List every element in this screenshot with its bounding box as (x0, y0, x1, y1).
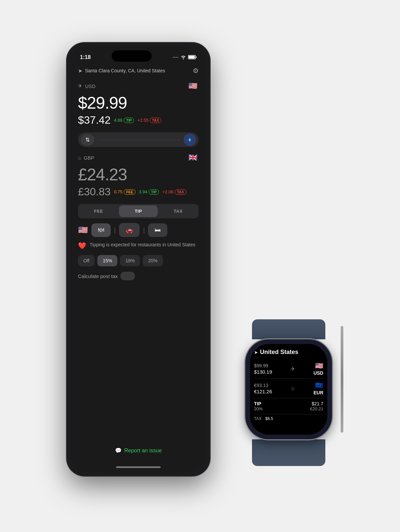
watch-tip-label: TIP (254, 401, 263, 406)
category-restaurant[interactable]: 🍽 (91, 223, 111, 237)
to-tax-label: TAX (175, 189, 186, 195)
scene: 1:18 ···· (50, 33, 350, 499)
tab-tax[interactable]: TAX (159, 205, 197, 217)
watch-tip-right: $21.7 €20.21 (310, 401, 323, 411)
from-secondary-row: $37.42 4.88 TIP +2.55 TAX (78, 114, 199, 126)
to-tip-badge[interactable]: 3.94 TIP (139, 189, 159, 195)
to-total-amount: £30.83 (78, 186, 111, 198)
country-flag: 🇺🇸 (78, 225, 88, 235)
from-flag-emoji: 🇺🇸 (188, 82, 197, 90)
to-tax-badge[interactable]: +2.06 TAX (162, 189, 186, 195)
to-main-amount: £24.23 (78, 165, 199, 184)
settings-icon[interactable]: ⚙ (193, 67, 199, 75)
watch-tip-percentage: 20% (254, 406, 263, 411)
status-bar: 1:18 ···· (71, 47, 206, 63)
apple-watch: ➤ United States $99.99 $130.19 ✈ 🇺🇸 USD (239, 319, 339, 466)
report-row[interactable]: 💬 Report an issue (78, 447, 199, 457)
post-tax-row: Calculate post tax (78, 272, 199, 280)
watch-tax-label-text: TAX (254, 416, 261, 421)
from-tax-value: +2.55 (137, 118, 148, 123)
post-tax-toggle[interactable] (120, 272, 135, 280)
watch-eur-total: €121.26 (254, 389, 272, 394)
watch-title: United States (260, 349, 298, 356)
svg-rect-1 (196, 56, 197, 58)
watch-tip-left: TIP 20% (254, 401, 263, 411)
location-icon: ➤ (78, 68, 82, 74)
from-currency-type-icon: ✈ (78, 83, 82, 89)
heart-icon: ❤️ (78, 242, 86, 250)
swap-bar: ⇅ ♦ (78, 132, 199, 147)
app-content: ➤ Santa Clara County, CA, United States … (71, 63, 206, 464)
svg-rect-2 (189, 56, 195, 58)
category-transport[interactable]: 🚗 (119, 223, 140, 237)
watch-row-usd: $99.99 $130.19 ✈ 🇺🇸 USD (254, 359, 323, 379)
from-tip-badge[interactable]: 4.88 TIP (114, 118, 134, 123)
premium-button[interactable]: ♦ (184, 134, 196, 146)
watch-eur-icon: ⌂ (291, 385, 295, 391)
battery-icon (188, 55, 197, 60)
from-tax-label: TAX (150, 118, 161, 123)
tab-tip[interactable]: TIP (119, 205, 157, 217)
tipping-info-text: Tipping is expected for restaurants in U… (90, 242, 195, 248)
watch-tax-value: $8.5 (265, 416, 273, 421)
watch-tax-label: TAX $8.5 (254, 416, 323, 421)
location-text: Santa Clara County, CA, United States (85, 68, 165, 73)
watch-eur-right: 🇪🇺 EUR (313, 381, 323, 395)
from-tip-label: TIP (124, 118, 134, 123)
to-fee-label: FEE (124, 189, 135, 195)
tip-percentage-row: Off 15% 18% 20% (78, 255, 199, 266)
watch-location-icon: ➤ (254, 350, 258, 355)
category-separator: | (114, 226, 116, 234)
watch-stylus (341, 326, 343, 433)
to-currency-section: ⌂ GBP 🇬🇧 £24.23 £30.83 0.75 FEE (78, 152, 199, 203)
tip-18-btn[interactable]: 18% (120, 255, 140, 266)
watch-row-eur: €93.13 €121.26 ⌂ 🇪🇺 EUR (254, 379, 323, 398)
post-tax-label: Calculate post tax (78, 273, 118, 279)
to-flag[interactable]: 🇬🇧 (187, 152, 199, 164)
watch-body: ➤ United States $99.99 $130.19 ✈ 🇺🇸 USD (245, 339, 332, 439)
from-flag[interactable]: 🇺🇸 (187, 80, 199, 92)
watch-usd-icon: ✈ (291, 366, 295, 372)
status-icons: ···· (173, 55, 197, 60)
status-time: 1:18 (80, 54, 91, 60)
wifi-icon (181, 55, 186, 60)
to-tip-value: 3.94 (139, 189, 147, 194)
swap-button[interactable]: ⇅ (81, 134, 94, 146)
category-hotel[interactable]: 🛏 (148, 223, 167, 237)
from-main-amount: $29.99 (78, 93, 199, 113)
watch-usd-total: $130.19 (254, 369, 272, 375)
to-tax-value: +2.06 (162, 189, 173, 194)
watch-usd-left: $99.99 $130.19 (254, 363, 272, 375)
to-fee-badge[interactable]: 0.75 FEE (114, 189, 136, 195)
from-total-amount: $37.42 (78, 114, 111, 126)
watch-band-top (252, 319, 325, 339)
from-tip-value: 4.88 (114, 118, 122, 123)
tab-fee[interactable]: FEE (79, 205, 118, 217)
watch-usd-flag: 🇺🇸 (315, 362, 323, 370)
home-indicator (116, 466, 161, 468)
to-currency-type-icon: ⌂ (78, 155, 81, 161)
watch-eur-flag: 🇪🇺 (315, 381, 323, 389)
tip-20-btn[interactable]: 20% (143, 255, 163, 266)
from-currency-code: USD (85, 83, 96, 89)
watch-tip-row: TIP 20% $21.7 €20.21 (254, 398, 323, 414)
from-tax-badge[interactable]: +2.55 TAX (137, 118, 161, 123)
tabs-section: FEE TIP TAX (78, 204, 199, 218)
iphone-device: 1:18 ···· (67, 43, 210, 476)
watch-container: ➤ United States $99.99 $130.19 ✈ 🇺🇸 USD (239, 319, 343, 466)
from-currency-label-row: ✈ USD 🇺🇸 (78, 80, 199, 92)
iphone-screen: 1:18 ···· (71, 47, 206, 472)
signal-icon: ···· (173, 55, 179, 60)
to-fee-value: 0.75 (114, 189, 122, 194)
tip-off-btn[interactable]: Off (78, 255, 95, 266)
report-icon: 💬 (115, 447, 122, 454)
to-currency-label: ⌂ GBP (78, 155, 94, 161)
watch-eur-main: €93.13 (254, 383, 272, 388)
watch-tip-usd: $21.7 (310, 401, 323, 406)
watch-eur-currency: EUR (313, 390, 323, 395)
tip-15-btn[interactable]: 15% (97, 255, 117, 266)
watch-usd-main: $99.99 (254, 363, 272, 368)
to-tip-label: TIP (149, 189, 159, 195)
report-label: Report an issue (124, 448, 162, 454)
watch-tip-eur: €20.21 (310, 406, 323, 411)
